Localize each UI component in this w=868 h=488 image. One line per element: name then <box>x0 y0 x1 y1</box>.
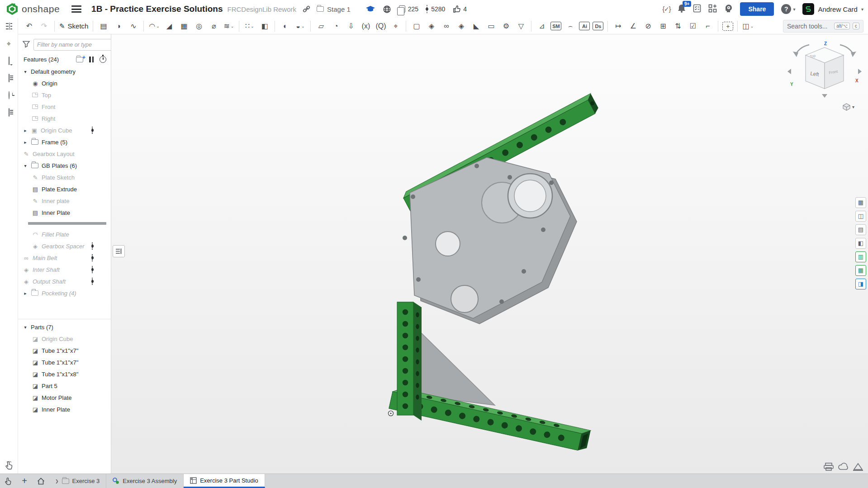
bom-table-panel-icon[interactable]: ◨ <box>855 279 866 289</box>
overflow-indicator[interactable] <box>92 242 94 250</box>
tab-exercise-3-assembly[interactable]: Exercise 3 Assembly <box>106 474 184 488</box>
feature-row-gearbox-spacer[interactable]: ◈ Gearbox Spacer <box>18 240 111 252</box>
overflow-indicator[interactable] <box>92 266 94 273</box>
document-title[interactable]: 1B - Practice Exercise Solutions <box>91 4 223 14</box>
feature-row-right-plane[interactable]: Right <box>18 113 111 124</box>
parts-header-row[interactable]: ▾ Parts (7) <box>18 321 111 333</box>
part-row-origin-cube[interactable]: ◪ Origin Cube <box>18 333 111 345</box>
public-stat[interactable] <box>383 5 391 13</box>
move-panel-icon[interactable]: ⌖ <box>4 39 14 49</box>
feature-row-plate-sketch[interactable]: ✎ Plate Sketch <box>18 171 111 183</box>
overflow-indicator[interactable] <box>92 278 94 285</box>
gusset-tool-icon[interactable]: ◣ <box>470 20 482 32</box>
tube-tool-icon[interactable]: ▭ <box>485 20 497 32</box>
chevron-expanded-icon[interactable]: ▾ <box>23 69 28 74</box>
part-row-tube-3[interactable]: ◪ Tube 1"x1"x8" <box>18 368 111 380</box>
custom-feature-icon[interactable]: ◈ <box>425 20 437 32</box>
sweep-icon[interactable]: ∿ <box>127 20 139 32</box>
main-menu-icon[interactable] <box>71 5 81 13</box>
versions-history-panel-icon[interactable] <box>4 90 14 100</box>
overflow-indicator[interactable] <box>92 127 94 134</box>
move-face-icon[interactable]: ⊞ <box>657 20 669 32</box>
variable-table-icon[interactable]: (Q) <box>375 20 387 32</box>
helix-icon[interactable]: ◔ <box>330 20 342 32</box>
extrude-icon[interactable]: ▤ <box>97 20 109 32</box>
chevron-down-icon[interactable]: ⌄ <box>750 20 754 32</box>
chevron-down-icon[interactable]: ⌄ <box>301 20 305 32</box>
feature-row-plate-extrude[interactable]: ▤ Plate Extrude <box>18 183 111 195</box>
display-states-panel-icon[interactable]: ▤ <box>855 224 866 235</box>
part-row-tube-1[interactable]: ◪ Tube 1"x1"x7" <box>18 345 111 356</box>
model-3d[interactable] <box>111 34 868 474</box>
render-quality-icon[interactable] <box>838 463 848 471</box>
part-row-inner-plate[interactable]: ◪ Inner Plate <box>18 403 111 415</box>
sketch-check-icon[interactable]: ☑ <box>687 20 699 32</box>
feature-row-gearbox-layout[interactable]: ✎ Gearbox Layout <box>18 148 111 160</box>
primitive-icon[interactable]: ▢ <box>410 20 422 32</box>
share-button[interactable]: Share <box>740 2 774 16</box>
flange-icon[interactable]: ⌢ <box>564 20 576 32</box>
named-views-panel-icon[interactable]: ◫ <box>855 211 866 222</box>
chevron-expanded-icon[interactable]: ▾ <box>23 163 28 168</box>
chevron-down-icon[interactable]: ⌄ <box>156 20 160 32</box>
design-studio-icon[interactable]: Ds <box>593 22 603 30</box>
branch-selector[interactable]: Stage 1 <box>317 5 351 13</box>
new-tab-button[interactable]: + <box>16 474 33 488</box>
comments-panel-icon[interactable] <box>4 56 14 66</box>
feature-row-main-belt[interactable]: ∞ Main Belt <box>18 252 111 264</box>
rollback-bar[interactable] <box>28 222 106 225</box>
apps-button[interactable] <box>708 4 717 14</box>
materials-panel-icon[interactable]: ▦ <box>855 265 866 276</box>
sketch-button[interactable]: ✎ Sketch <box>59 22 88 30</box>
feature-row-pocketing-folder[interactable]: ▸ Pocketing (4) <box>18 287 111 299</box>
split-icon[interactable]: ◒⌄ <box>294 20 306 32</box>
revolve-icon[interactable]: ◑ <box>112 20 124 32</box>
likes-stat[interactable]: 4 <box>453 5 467 13</box>
chamfer-icon[interactable]: ◢ <box>163 20 175 32</box>
mate-connector-icon[interactable]: ⌖ <box>389 20 402 32</box>
touch-mode-icon[interactable] <box>4 461 14 471</box>
part-row-motor-plate[interactable]: ◪ Motor Plate <box>18 392 111 403</box>
feature-row-origin[interactable]: ◉ Origin <box>18 77 111 89</box>
variable-icon[interactable]: (x) <box>360 20 372 32</box>
sheet-metal-icon[interactable]: ⊿ <box>536 20 548 32</box>
import-icon[interactable]: ⇩ <box>345 20 357 32</box>
feature-statistics-icon[interactable] <box>100 56 106 63</box>
feature-row-default-geometry[interactable]: ▾ Default geometry <box>18 66 111 77</box>
tab-exercise-3[interactable]: ❯ Exercise 3 <box>49 474 106 488</box>
ai-studio-icon[interactable]: Ai <box>579 22 590 30</box>
export-icon[interactable]: ↦ <box>612 20 624 32</box>
feature-row-inter-shaft[interactable]: ◈ Inter Shaft <box>18 264 111 275</box>
gear-tool-icon[interactable]: ⚙ <box>500 20 512 32</box>
shell-icon[interactable]: ▦ <box>178 20 190 32</box>
print-preview-icon[interactable] <box>824 463 834 471</box>
wire-icon[interactable]: ⌐ <box>702 20 714 32</box>
undo-icon[interactable]: ↶ <box>23 20 35 32</box>
home-tab-icon[interactable] <box>33 474 49 488</box>
filter-icon[interactable] <box>23 41 30 49</box>
feature-row-gb-plates-folder[interactable]: ▾ GB Plates (6) <box>18 160 111 171</box>
loft-icon[interactable]: ≋⌄ <box>223 20 235 32</box>
appearance-panel-icon[interactable]: ▦ <box>855 197 866 208</box>
part-row-part-5[interactable]: ◪ Part 5 <box>18 380 111 392</box>
overflow-indicator[interactable] <box>92 254 94 261</box>
chevron-expanded-icon[interactable]: ▾ <box>23 325 28 330</box>
chevron-collapsed-icon[interactable]: ▸ <box>23 128 28 133</box>
filter-input[interactable] <box>33 39 111 51</box>
chevron-collapsed-icon[interactable]: ▸ <box>23 291 28 296</box>
views-stat[interactable]: 5280 <box>427 5 445 13</box>
frc-library-panel-icon[interactable]: ▥ <box>855 251 866 262</box>
feature-row-fillet-plate[interactable]: ◠ Fillet Plate <box>18 228 111 240</box>
notes-panel-icon[interactable] <box>4 73 14 83</box>
help-menu[interactable]: ? ▾ <box>781 4 795 14</box>
chevron-right-icon[interactable]: ❯ <box>55 479 59 483</box>
vertical-tube-part[interactable] <box>397 302 422 421</box>
view-cube[interactable]: Top Left Front Z X Y ▾ <box>787 41 863 118</box>
origin-marker[interactable] <box>389 411 394 416</box>
ai-assistant-button[interactable] <box>724 4 733 14</box>
user-menu[interactable]: Andrew Card ▾ <box>802 3 863 15</box>
bend-icon[interactable]: ∠ <box>627 20 639 32</box>
configurations-panel-icon[interactable]: ◧ <box>855 238 866 249</box>
search-tools-box[interactable]: Search tools... alt/⌥ c <box>783 20 863 33</box>
feature-row-inner-plate-sketch[interactable]: ✎ Inner plate <box>18 195 111 207</box>
